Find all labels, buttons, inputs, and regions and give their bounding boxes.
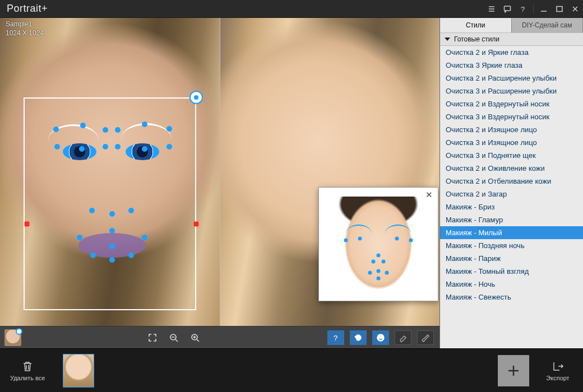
face-detect-icon[interactable] <box>372 330 389 345</box>
style-item[interactable]: Макияж - Томный взгляд <box>440 265 583 278</box>
delete-all-button[interactable]: Удалить все <box>6 358 49 384</box>
zoom-out-icon[interactable] <box>166 330 182 346</box>
popup-close-icon[interactable]: ✕ <box>423 189 436 201</box>
style-preview-popup: ✕ <box>318 187 438 301</box>
export-button[interactable]: Экспорт <box>538 358 577 384</box>
reload-icon[interactable] <box>350 330 367 345</box>
style-list[interactable]: Очистка 2 и Яркие глазаОчистка 3 Яркие г… <box>440 46 583 348</box>
svg-point-6 <box>377 334 384 341</box>
style-item[interactable]: Макияж - Милый <box>440 226 583 239</box>
canvas-area: Sample1 1024 X 1024 ✕ <box>0 18 439 348</box>
tab-styles[interactable]: Стили <box>440 18 512 32</box>
style-item[interactable]: Макияж - Ночь <box>440 278 583 291</box>
style-item[interactable]: Очистка 3 Яркие глаза <box>440 59 583 72</box>
fit-screen-icon[interactable] <box>145 330 160 346</box>
add-image-button[interactable] <box>498 355 529 386</box>
list-icon[interactable] <box>484 0 499 18</box>
image-info: Sample1 1024 X 1024 <box>6 20 44 38</box>
style-item[interactable]: Очистка 3 и Расширение улыбки <box>440 85 583 97</box>
svg-point-7 <box>379 337 380 338</box>
section-preset-styles[interactable]: Готовые стили <box>440 32 583 46</box>
svg-text:?: ? <box>521 5 525 13</box>
eraser-icon[interactable] <box>395 330 411 345</box>
style-item[interactable]: Макияж - Свежесть <box>440 291 583 304</box>
bottom-bar: Удалить все Экспорт <box>0 348 583 392</box>
style-item[interactable]: Очистка 2 и Яркие глаза <box>440 46 583 59</box>
style-item[interactable]: Макияж - Поздняя ночь <box>440 239 583 252</box>
lips-shape[interactable] <box>78 233 146 258</box>
face-thumbnail[interactable] <box>4 329 21 346</box>
tab-diy[interactable]: DIY-Сделай сам <box>512 18 584 32</box>
svg-rect-0 <box>505 6 511 11</box>
side-panel: Стили DIY-Сделай сам Готовые стили Очист… <box>439 18 583 348</box>
style-item[interactable]: Очистка 3 и Изящное лицо <box>440 136 583 149</box>
style-item[interactable]: Очистка 2 и Загар <box>440 188 583 200</box>
plus-icon <box>506 363 521 379</box>
help-square-icon[interactable]: ? <box>327 330 344 345</box>
canvas-toolbar: ? <box>0 326 439 348</box>
style-item[interactable]: Очистка 2 и Расширение улыбки <box>440 72 583 85</box>
image-viewer[interactable]: Sample1 1024 X 1024 ✕ <box>0 18 439 326</box>
chevron-down-icon <box>445 38 450 41</box>
export-label: Экспорт <box>546 375 569 381</box>
style-item[interactable]: Очистка 2 и Вздернутый носик <box>440 97 583 110</box>
style-item[interactable]: Очистка 2 и Оживление кожи <box>440 162 583 175</box>
svg-rect-2 <box>557 6 562 11</box>
zoom-in-icon[interactable] <box>187 330 203 346</box>
film-strip <box>52 354 496 388</box>
svg-point-8 <box>381 337 382 338</box>
svg-text:?: ? <box>334 334 337 342</box>
delete-all-label: Удалить все <box>10 375 45 381</box>
before-pane <box>0 18 220 326</box>
style-item[interactable]: Макияж - Гламур <box>440 213 583 226</box>
help-icon[interactable]: ? <box>515 0 531 18</box>
trash-icon <box>21 360 34 372</box>
maximize-icon[interactable] <box>552 0 567 18</box>
popup-face-preview <box>336 197 421 292</box>
style-item[interactable]: Очистка 2 и Изящное лицо <box>440 123 583 136</box>
minimize-icon[interactable] <box>536 0 552 18</box>
style-item[interactable]: Очистка 3 и Поднятие щек <box>440 149 583 162</box>
title-bar: Portrait+ ? <box>0 0 583 18</box>
close-icon[interactable] <box>567 0 583 18</box>
left-eye[interactable] <box>63 143 96 160</box>
style-item[interactable]: Макияж - Бриз <box>440 200 583 213</box>
style-item[interactable]: Очистка 3 и Вздернутый носик <box>440 110 583 123</box>
brush-icon[interactable] <box>417 330 434 345</box>
section-title: Готовые стили <box>454 35 499 43</box>
style-item[interactable]: Очистка 2 и Отбеливание кожи <box>440 175 583 188</box>
image-name: Sample1 <box>6 20 44 29</box>
export-icon <box>552 360 564 372</box>
style-item[interactable]: Макияж - Париж <box>440 252 583 265</box>
image-dims: 1024 X 1024 <box>6 29 44 38</box>
film-thumbnail[interactable] <box>63 354 94 388</box>
right-eye[interactable] <box>126 143 159 160</box>
chat-icon[interactable] <box>499 0 515 18</box>
app-title: Portrait+ <box>7 3 48 15</box>
